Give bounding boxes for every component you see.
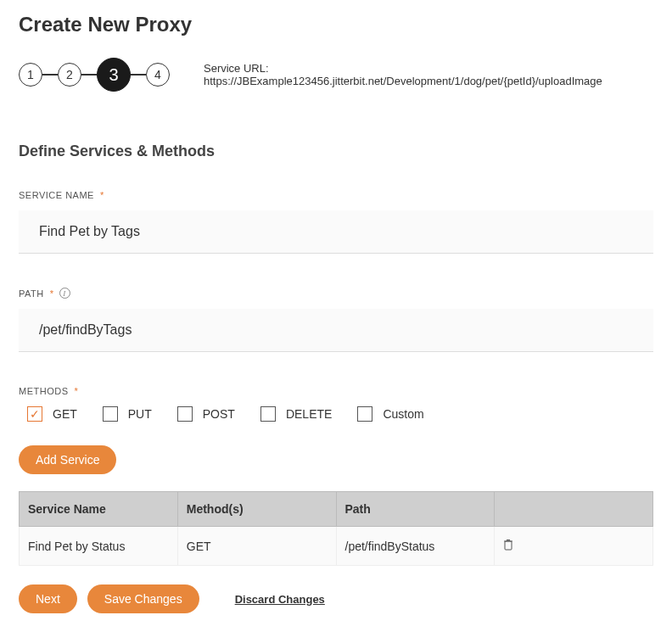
page-title: Create New Proxy [19,13,653,36]
step-connector [131,74,146,76]
th-methods: Method(s) [177,492,336,527]
methods-label: METHODS* [19,386,653,396]
checkbox-label: Custom [383,407,423,421]
service-url-value: https://JBExample123456.jitterbit.net/De… [204,75,602,87]
services-table: Service Name Method(s) Path Find Pet by … [19,491,653,566]
checkbox-label: DELETE [286,407,332,421]
checkbox-get[interactable]: GET [27,406,77,422]
service-url-label: Service URL: [204,62,269,75]
label-text: SERVICE NAME [19,190,94,200]
checkbox-put[interactable]: PUT [103,406,152,422]
checkbox-label: PUT [128,407,152,421]
label-text: PATH [19,288,44,299]
step-4[interactable]: 4 [146,63,170,87]
step-1[interactable]: 1 [19,63,42,87]
section-title: Define Services & Methods [19,143,653,160]
service-name-label: SERVICE NAME* [19,190,653,200]
discard-changes-link[interactable]: Discard Changes [235,593,325,606]
checkbox-box[interactable] [103,406,118,422]
step-3[interactable]: 3 [97,58,131,92]
checkbox-post[interactable]: POST [177,406,235,422]
checkbox-box[interactable] [260,406,276,422]
checkbox-delete[interactable]: DELETE [260,406,332,422]
stepper: 1 2 3 4 [19,58,170,92]
next-button[interactable]: Next [19,584,77,613]
cell-actions [495,527,653,566]
checkbox-custom[interactable]: Custom [357,406,423,422]
required-marker: * [50,288,54,299]
info-icon[interactable]: i [59,288,70,299]
service-name-input[interactable] [19,210,653,254]
table-row: Find Pet by Status GET /pet/findByStatus [20,527,653,566]
step-2[interactable]: 2 [58,63,81,87]
checkbox-box[interactable] [177,406,193,422]
required-marker: * [75,386,79,396]
checkbox-box[interactable] [27,406,42,422]
th-path: Path [336,492,495,527]
cell-methods: GET [177,527,336,566]
cell-service-name: Find Pet by Status [20,527,178,566]
path-label: PATH* i [19,288,653,299]
path-input[interactable] [19,309,653,352]
add-service-button[interactable]: Add Service [19,445,116,474]
step-connector [81,74,97,76]
footer-actions: Next Save Changes Discard Changes [19,584,653,613]
checkbox-label: GET [53,407,77,421]
delete-icon[interactable] [503,540,513,553]
cell-path: /pet/findByStatus [336,527,495,566]
methods-row: GET PUT POST DELETE Custom [19,406,653,422]
checkbox-label: POST [203,407,235,421]
service-url: Service URL: https://JBExample123456.jit… [204,62,653,87]
required-marker: * [100,190,104,200]
header-row: 1 2 3 4 Service URL: https://JBExample12… [19,58,653,92]
label-text: METHODS [19,386,69,396]
checkbox-box[interactable] [357,406,372,422]
th-actions [495,492,653,527]
table-header-row: Service Name Method(s) Path [20,492,653,527]
svg-rect-0 [505,541,512,550]
save-changes-button[interactable]: Save Changes [87,584,199,613]
th-service-name: Service Name [20,492,178,527]
step-connector [42,74,58,76]
